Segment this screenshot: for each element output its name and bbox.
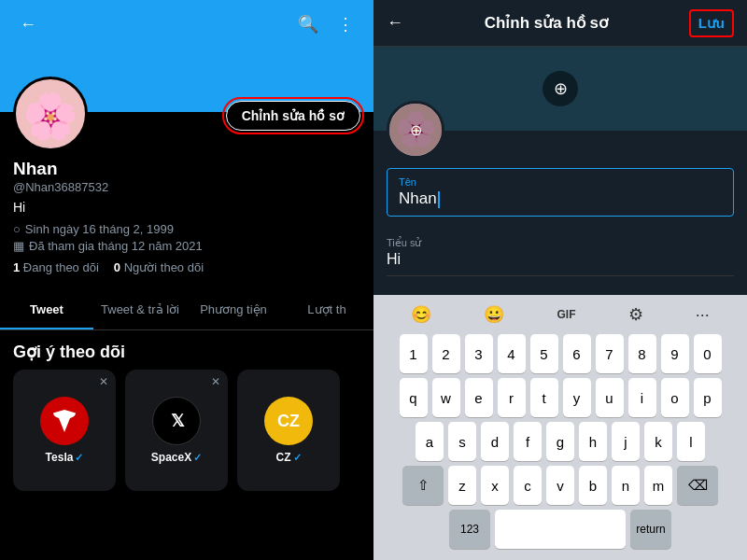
name-field[interactable]: Tên Nhan [387,168,734,217]
birthday-text: Sinh ngày 16 tháng 2, 1999 [25,222,174,236]
bio-label: Tiểu sử [387,237,734,249]
key-a[interactable]: a [416,422,444,461]
right-title: Chỉnh sửa hồ sơ [485,13,608,33]
cz-verified: ✓ [293,452,302,464]
right-header: ← Chỉnh sửa hồ sơ Lưu [374,0,747,47]
tesla-logo [40,397,89,445]
name-value: Nhan [399,189,722,208]
spacex-name: SpaceX ✓ [151,451,202,464]
keyboard-row-a: a s d f g h j k l [377,422,743,461]
key-n[interactable]: n [612,466,640,505]
keyboard-row-bottom: 123 return [377,510,743,549]
profile-bio: Hi [13,200,360,215]
key-w[interactable]: w [432,378,460,417]
emoji-button[interactable]: 😊 [411,304,431,325]
text-cursor [438,191,440,208]
keyboard: 😊 😀 GIF ⚙ ··· 1 2 3 4 5 6 7 8 9 0 q w e … [374,295,747,560]
key-j[interactable]: j [612,422,640,461]
key-i[interactable]: i [628,378,656,417]
back-button[interactable]: ← [13,9,43,39]
numbers-key[interactable]: 123 [449,510,490,549]
joined-text: Đã tham gia tháng 12 năm 2021 [29,239,203,253]
save-button[interactable]: Lưu [689,9,734,37]
backspace-key[interactable]: ⌫ [677,466,718,505]
key-m[interactable]: m [644,466,672,505]
calendar-icon: ▦ [13,239,24,253]
cover-edit-area: ⊕ 🌸 ⊕ [374,47,747,131]
top-bar: ← 🔍 ⋮ [0,0,374,49]
profile-name: Nhan [13,159,360,179]
key-8[interactable]: 8 [628,334,656,373]
followers-count[interactable]: 0 Người theo dõi [114,260,204,274]
tab-media[interactable]: Phương tiện [187,291,280,329]
tesla-name: Tesla ✓ [46,451,84,464]
avatar-image: 🌸 [16,79,85,151]
key-1[interactable]: 1 [400,334,428,373]
edit-profile-btn-area: Chỉnh sửa hồ sơ [226,101,360,131]
key-2[interactable]: 2 [432,334,460,373]
cover-camera-button[interactable]: ⊕ [543,71,578,106]
shift-key[interactable]: ⇧ [402,466,444,505]
right-back-button[interactable]: ← [387,13,403,33]
emoji2-button[interactable]: 😀 [484,304,504,325]
return-key[interactable]: return [630,510,671,549]
key-s[interactable]: s [448,422,476,461]
profile-meta: ○ Sinh ngày 16 tháng 2, 1999 ▦ Đã tham g… [13,222,360,253]
spacex-logo: 𝕏 [152,397,201,445]
key-5[interactable]: 5 [530,334,558,373]
key-c[interactable]: c [514,466,542,505]
key-0[interactable]: 0 [694,334,722,373]
more-icon[interactable]: ⋮ [331,9,360,39]
key-k[interactable]: k [644,422,672,461]
key-v[interactable]: v [546,466,574,505]
close-tesla-button[interactable]: ✕ [99,375,108,388]
birthday-meta: ○ Sinh ngày 16 tháng 2, 1999 [13,222,360,236]
right-avatar: 🌸 ⊕ [387,101,444,159]
profile-handle: @Nhan36887532 [13,180,360,194]
search-icon[interactable]: 🔍 [293,9,323,39]
key-x[interactable]: x [481,466,509,505]
avatar-camera-button[interactable]: ⊕ [389,104,442,156]
edit-profile-button[interactable]: Chỉnh sửa hồ sơ [226,101,360,131]
name-label: Tên [399,176,722,188]
suggest-card-cz: CZ CZ ✓ [237,370,340,491]
key-6[interactable]: 6 [563,334,591,373]
following-count[interactable]: 1 Đang theo dõi [13,260,99,274]
keyboard-toolbar: 😊 😀 GIF ⚙ ··· [377,301,743,329]
gif-button[interactable]: GIF [557,304,575,325]
key-9[interactable]: 9 [661,334,689,373]
key-g[interactable]: g [546,422,574,461]
key-u[interactable]: u [596,378,624,417]
key-l[interactable]: l [677,422,705,461]
bio-field[interactable]: Tiểu sử Hi [387,230,734,276]
key-e[interactable]: e [465,378,493,417]
key-f[interactable]: f [514,422,542,461]
key-p[interactable]: p [694,378,722,417]
key-b[interactable]: b [579,466,607,505]
birthday-icon: ○ [13,222,21,236]
key-3[interactable]: 3 [465,334,493,373]
close-spacex-button[interactable]: ✕ [211,375,220,388]
tab-tweet-reply[interactable]: Tweet & trả lời [93,291,187,329]
key-4[interactable]: 4 [498,334,526,373]
key-y[interactable]: y [563,378,591,417]
key-z[interactable]: z [448,466,476,505]
key-r[interactable]: r [498,378,526,417]
key-o[interactable]: o [661,378,689,417]
key-q[interactable]: q [400,378,428,417]
key-t[interactable]: t [530,378,558,417]
settings-icon[interactable]: ⚙ [628,304,643,325]
suggest-card-spacex: ✕ 𝕏 SpaceX ✓ [125,370,228,491]
profile-tabs: Tweet Tweet & trả lời Phương tiện Lượt t… [0,291,374,330]
space-key[interactable] [495,510,626,549]
joined-meta: ▦ Đã tham gia tháng 12 năm 2021 [13,239,360,253]
tab-likes[interactable]: Lượt th [280,291,374,329]
key-h[interactable]: h [579,422,607,461]
keyboard-row-numbers: 1 2 3 4 5 6 7 8 9 0 [377,334,743,373]
right-avatar-area: 🌸 ⊕ [387,101,444,159]
key-d[interactable]: d [481,422,509,461]
key-7[interactable]: 7 [596,334,624,373]
more-keyboard-button[interactable]: ··· [696,304,710,325]
tab-tweet[interactable]: Tweet [0,291,93,329]
bio-value: Hi [387,251,734,268]
